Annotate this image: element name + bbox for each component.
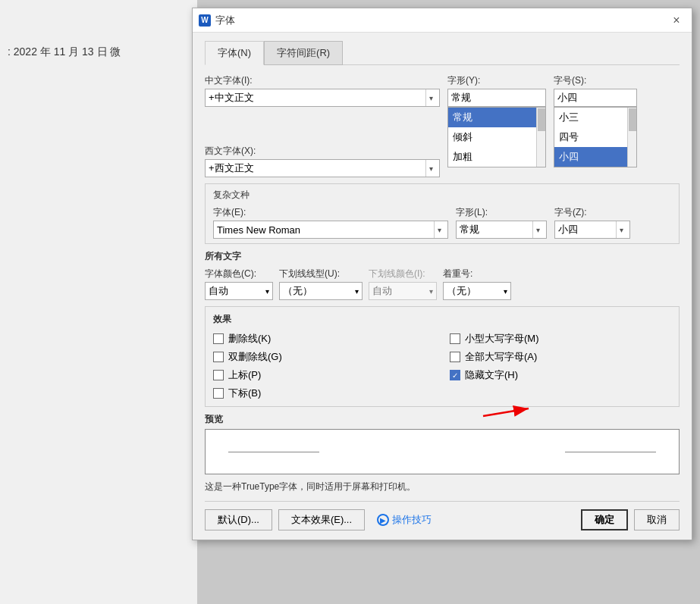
checkbox-hidden: 隐藏文字(H) <box>450 368 671 382</box>
underline-color-arrow: ▾ <box>429 287 433 296</box>
complex-section: 复杂文种 字体(E): Times New Roman ▾ 字形(L): 常规 … <box>205 183 680 244</box>
complex-style-arrow[interactable]: ▾ <box>532 221 543 238</box>
preview-section: 预览 <box>205 413 680 474</box>
hidden-checkbox[interactable] <box>450 370 460 380</box>
preview-title: 预览 <box>205 413 680 426</box>
tabs: 字体(N) 字符间距(R) <box>205 40 680 65</box>
style-scrollbar-thumb <box>538 108 545 131</box>
checkbox-small-caps: 小型大写字母(M) <box>450 332 671 346</box>
size-combo: 小四 小三 四号 小四 <box>554 89 637 107</box>
underline-color-btn: 自动 ▾ <box>369 282 437 300</box>
checkbox-strikethrough: 删除线(K) <box>213 332 435 346</box>
tab-spacing[interactable]: 字符间距(R) <box>264 41 343 65</box>
complex-row: 字体(E): Times New Roman ▾ 字形(L): 常规 ▾ 字号(… <box>213 206 671 239</box>
checkbox-subscript: 下标(B) <box>213 386 435 400</box>
app-icon: W <box>199 14 211 27</box>
complex-size-group: 字号(Z): 小四 ▾ <box>554 206 630 239</box>
all-text-section: 所有文字 字体颜色(C): 自动 ▾ 下划线线型(U): （无） ▾ <box>205 250 680 300</box>
size-label: 字号(S): <box>554 74 637 87</box>
strikethrough-label: 删除线(K) <box>228 332 271 346</box>
complex-title: 复杂文种 <box>213 189 671 202</box>
underline-color-label: 下划线颜色(I): <box>369 268 437 280</box>
background-text: : 2022 年 11 月 13 日 微 <box>8 45 121 59</box>
all-caps-checkbox[interactable] <box>450 352 460 362</box>
chinese-font-input[interactable]: +中文正文 ▾ <box>205 89 440 107</box>
preview-line-right <box>565 452 656 452</box>
tips-label: 操作技巧 <box>392 513 432 527</box>
strikethrough-checkbox[interactable] <box>213 333 224 344</box>
font-color-arrow[interactable]: ▾ <box>265 287 269 296</box>
complex-size-input[interactable]: 小四 ▾ <box>554 221 630 239</box>
tips-icon: ▶ <box>377 514 389 526</box>
all-text-title: 所有文字 <box>205 250 680 263</box>
size-option-3[interactable]: 小四 <box>554 147 636 167</box>
style-group: 字形(Y): 常规 常规 倾斜 加粗 <box>447 74 546 107</box>
emphasis-label: 着重号: <box>443 268 511 280</box>
checkbox-double-strikethrough: 双删除线(G) <box>213 350 435 364</box>
underline-type-arrow[interactable]: ▾ <box>355 287 359 296</box>
close-button[interactable]: × <box>667 11 686 30</box>
double-strikethrough-label: 双删除线(G) <box>228 350 282 364</box>
background-area: : 2022 年 11 月 13 日 微 <box>0 0 197 604</box>
size-input[interactable]: 小四 <box>554 89 637 107</box>
dialog-content: 字体(N) 字符间距(R) 中文字体(I): +中文正文 ▾ 字形(Y): 常规 <box>193 33 692 540</box>
underline-type-label: 下划线线型(U): <box>279 268 363 280</box>
emphasis-btn[interactable]: （无） ▾ <box>443 282 511 300</box>
double-strikethrough-checkbox[interactable] <box>213 352 224 362</box>
complex-font-arrow[interactable]: ▾ <box>434 221 444 238</box>
complex-style-label: 字形(L): <box>456 206 547 219</box>
button-row: 默认(D)... 文本效果(E)... ▶ 操作技巧 确定 取消 <box>205 501 680 530</box>
size-scrollbar[interactable] <box>627 108 636 167</box>
complex-font-label: 字体(E): <box>213 206 448 219</box>
subscript-label: 下标(B) <box>228 386 261 400</box>
western-font-input[interactable]: +西文正文 ▾ <box>205 159 440 177</box>
effects-grid: 删除线(K) 小型大写字母(M) 双删除线(G) 全部大写字母(A) <box>213 332 671 400</box>
western-font-label: 西文字体(X): <box>205 145 440 158</box>
small-caps-checkbox[interactable] <box>450 333 460 344</box>
underline-type-btn[interactable]: （无） ▾ <box>279 282 363 300</box>
style-input[interactable]: 常规 <box>447 89 546 107</box>
font-color-label: 字体颜色(C): <box>205 268 273 280</box>
preview-box <box>205 429 680 474</box>
hidden-label: 隐藏文字(H) <box>465 368 518 382</box>
complex-style-group: 字形(L): 常规 ▾ <box>456 206 547 239</box>
dialog-title: 字体 <box>215 14 235 27</box>
default-button[interactable]: 默认(D)... <box>205 509 272 530</box>
text-effect-button[interactable]: 文本效果(E)... <box>278 509 365 530</box>
tips-button[interactable]: ▶ 操作技巧 <box>371 509 438 530</box>
emphasis-arrow[interactable]: ▾ <box>504 287 507 296</box>
subscript-checkbox[interactable] <box>213 388 224 399</box>
cancel-button[interactable]: 取消 <box>634 509 680 530</box>
western-font-arrow[interactable]: ▾ <box>425 160 436 177</box>
preview-line-left <box>228 452 319 452</box>
complex-size-arrow[interactable]: ▾ <box>616 221 626 238</box>
size-option-2[interactable]: 四号 <box>554 127 636 147</box>
font-color-btn[interactable]: 自动 ▾ <box>205 282 273 300</box>
style-option-italic[interactable]: 倾斜 <box>448 127 545 147</box>
superscript-checkbox[interactable] <box>213 370 224 380</box>
info-text: 这是一种TrueType字体，同时适用于屏幕和打印机。 <box>205 480 680 493</box>
small-caps-label: 小型大写字母(M) <box>465 332 539 346</box>
complex-size-label: 字号(Z): <box>554 206 630 219</box>
effects-section: 效果 删除线(K) 小型大写字母(M) 双删除线(G) <box>205 306 680 407</box>
complex-font-group: 字体(E): Times New Roman ▾ <box>213 206 448 239</box>
ok-button[interactable]: 确定 <box>581 509 628 530</box>
tab-font[interactable]: 字体(N) <box>205 41 264 65</box>
style-scrollbar[interactable] <box>536 108 545 167</box>
size-dropdown: 小三 四号 小四 <box>554 107 637 167</box>
emphasis-group: 着重号: （无） ▾ <box>443 268 511 300</box>
size-option-1[interactable]: 小三 <box>554 108 636 127</box>
style-label: 字形(Y): <box>447 74 546 87</box>
chinese-font-arrow[interactable]: ▾ <box>425 89 436 106</box>
effects-title: 效果 <box>213 313 671 326</box>
all-caps-label: 全部大写字母(A) <box>465 350 537 364</box>
chinese-font-combo: +中文正文 ▾ <box>205 89 440 107</box>
style-dropdown: 常规 倾斜 加粗 <box>447 107 546 167</box>
all-text-row: 字体颜色(C): 自动 ▾ 下划线线型(U): （无） ▾ 下划线颜色(I): <box>205 268 680 300</box>
complex-style-input[interactable]: 常规 ▾ <box>456 221 547 239</box>
style-option-bold[interactable]: 加粗 <box>448 147 545 167</box>
complex-font-input[interactable]: Times New Roman ▾ <box>213 221 448 239</box>
chinese-font-group: 中文字体(I): +中文正文 ▾ <box>205 74 440 107</box>
style-combo: 常规 常规 倾斜 加粗 <box>447 89 546 107</box>
style-option-regular[interactable]: 常规 <box>448 108 545 127</box>
